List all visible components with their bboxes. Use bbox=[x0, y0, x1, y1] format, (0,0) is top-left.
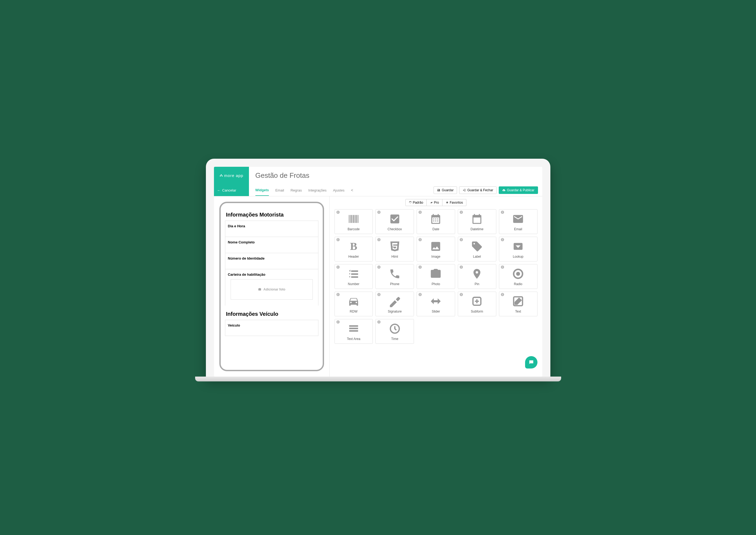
add-photo-label: Adicionar foto bbox=[264, 288, 285, 291]
widget-datetime[interactable]: iDatetime bbox=[458, 209, 496, 234]
info-icon[interactable]: i bbox=[336, 238, 340, 241]
filter-favorites[interactable]: Favoritos bbox=[443, 199, 466, 206]
info-icon[interactable]: i bbox=[336, 266, 340, 269]
tab-widgets[interactable]: Widgets bbox=[255, 185, 269, 196]
widget-barcode[interactable]: iBarcode bbox=[334, 209, 373, 234]
info-icon[interactable]: i bbox=[377, 320, 381, 324]
info-icon[interactable]: i bbox=[419, 238, 422, 241]
widget-label: RDW bbox=[336, 310, 372, 313]
label-icon bbox=[459, 239, 495, 254]
chat-fab[interactable] bbox=[525, 356, 538, 369]
info-icon[interactable]: i bbox=[501, 211, 504, 214]
star-icon bbox=[446, 201, 449, 204]
info-icon[interactable]: i bbox=[460, 211, 463, 214]
save-publish-button[interactable]: Guardar & Publicar bbox=[499, 186, 538, 194]
time-icon bbox=[377, 322, 413, 336]
widget-label: Lookup bbox=[500, 255, 536, 259]
svg-point-3 bbox=[516, 272, 520, 276]
widget-label: Time bbox=[377, 337, 413, 341]
phone-icon bbox=[377, 267, 413, 281]
widget-label: Label bbox=[459, 255, 495, 259]
info-icon[interactable]: i bbox=[377, 238, 381, 241]
widget-rdw[interactable]: iRDW bbox=[334, 292, 373, 316]
field-fullname[interactable]: Nome Completo bbox=[225, 237, 318, 253]
image-icon bbox=[418, 239, 454, 254]
widget-date[interactable]: iDate bbox=[417, 209, 455, 234]
checkbox-icon bbox=[377, 212, 413, 226]
section-driver-title: Informações Motorista bbox=[226, 212, 317, 218]
widget-textarea[interactable]: iText Area bbox=[334, 319, 373, 344]
email-icon bbox=[500, 212, 536, 226]
info-icon[interactable]: i bbox=[419, 211, 422, 214]
field-license[interactable]: Carteira de habilitação Adicionar foto bbox=[225, 269, 318, 306]
filter-default[interactable]: Padrão bbox=[405, 199, 427, 206]
info-icon[interactable]: i bbox=[336, 320, 340, 324]
field-idnumber[interactable]: Número de Identidade bbox=[225, 253, 318, 269]
widget-label: Photo bbox=[418, 282, 454, 286]
widget-label: Image bbox=[418, 255, 454, 259]
widget-label: Subform bbox=[459, 310, 495, 313]
info-icon[interactable]: i bbox=[377, 266, 381, 269]
cancel-button[interactable]: Cancelar bbox=[214, 184, 249, 196]
field-license-label: Carteira de habilitação bbox=[228, 272, 315, 276]
info-icon[interactable]: i bbox=[501, 238, 504, 241]
widget-email[interactable]: iEmail bbox=[499, 209, 538, 234]
info-icon[interactable]: i bbox=[419, 266, 422, 269]
brand-icon bbox=[219, 174, 223, 178]
widget-label: Phone bbox=[377, 282, 413, 286]
photo-icon bbox=[418, 267, 454, 281]
info-icon[interactable]: i bbox=[501, 266, 504, 269]
widget-label: Text bbox=[500, 310, 536, 313]
info-icon[interactable]: i bbox=[377, 293, 381, 296]
save-button[interactable]: Guardar bbox=[434, 186, 457, 194]
tab-settings[interactable]: Ajustes bbox=[333, 185, 344, 196]
widget-image[interactable]: iImage bbox=[417, 237, 455, 262]
widget-label[interactable]: iLabel bbox=[458, 237, 496, 262]
widget-html[interactable]: iHtml bbox=[375, 237, 414, 262]
field-vehicle[interactable]: Veículo bbox=[225, 320, 318, 336]
widget-text[interactable]: iText bbox=[499, 292, 538, 316]
info-icon[interactable]: i bbox=[460, 293, 463, 296]
chat-icon bbox=[528, 359, 534, 365]
widget-slider[interactable]: iSlider bbox=[417, 292, 455, 316]
widget-label: Checkbox bbox=[377, 227, 413, 231]
save-icon bbox=[437, 188, 440, 192]
widget-label: Signature bbox=[377, 310, 413, 313]
widget-pin[interactable]: iPin bbox=[458, 264, 496, 289]
widget-photo[interactable]: iPhoto bbox=[417, 264, 455, 289]
tab-email[interactable]: Email bbox=[275, 185, 284, 196]
leaf-icon bbox=[430, 201, 433, 204]
field-datetime[interactable]: Dia e Hora bbox=[225, 221, 318, 237]
widget-signature[interactable]: iSignature bbox=[375, 292, 414, 316]
info-icon[interactable]: i bbox=[460, 238, 463, 241]
html-icon bbox=[377, 239, 413, 254]
brand-logo[interactable]: more app bbox=[214, 167, 249, 184]
info-icon[interactable]: i bbox=[501, 293, 504, 296]
widget-label: Number bbox=[336, 282, 372, 286]
info-icon[interactable]: i bbox=[377, 211, 381, 214]
widget-lookup[interactable]: iLookup bbox=[499, 237, 538, 262]
filter-pro[interactable]: Pro bbox=[426, 199, 443, 206]
widget-time[interactable]: iTime bbox=[375, 319, 414, 344]
widget-subform[interactable]: iSubform bbox=[458, 292, 496, 316]
widget-phone[interactable]: iPhone bbox=[375, 264, 414, 289]
info-icon[interactable]: i bbox=[336, 211, 340, 214]
dashboard-icon bbox=[409, 201, 412, 204]
svg-text:1: 1 bbox=[350, 269, 351, 272]
tab-scroll-left-icon[interactable]: < bbox=[351, 188, 353, 192]
lookup-icon bbox=[500, 239, 536, 254]
add-photo-box[interactable]: Adicionar foto bbox=[231, 279, 313, 300]
tab-rules[interactable]: Regras bbox=[290, 185, 302, 196]
save-close-button[interactable]: Guardar & Fechar bbox=[459, 186, 497, 194]
widget-checkbox[interactable]: iCheckbox bbox=[375, 209, 414, 234]
widget-number[interactable]: i1Number bbox=[334, 264, 373, 289]
tab-integrations[interactable]: Integrações bbox=[308, 185, 327, 196]
save-publish-label: Guardar & Publicar bbox=[507, 188, 534, 192]
info-icon[interactable]: i bbox=[460, 266, 463, 269]
info-icon[interactable]: i bbox=[336, 293, 340, 296]
widget-header[interactable]: iBHeader bbox=[334, 237, 373, 262]
widget-radio[interactable]: iRadio bbox=[499, 264, 538, 289]
info-icon[interactable]: i bbox=[419, 293, 422, 296]
camera-icon bbox=[258, 288, 262, 291]
widget-label: Barcode bbox=[336, 227, 372, 231]
